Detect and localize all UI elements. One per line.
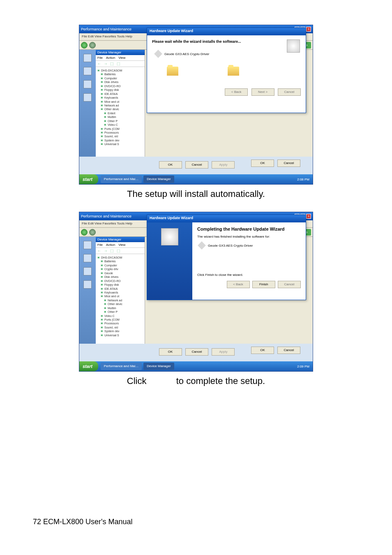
tree-item[interactable]: Floppy disk: [101, 283, 143, 287]
tree-item[interactable]: Network ad: [104, 298, 143, 302]
tree-item[interactable]: DVD/CD-RO: [101, 84, 143, 88]
forward-icon[interactable]: [89, 229, 96, 236]
sidebar-icon[interactable]: [83, 54, 92, 62]
properties-cancel-button[interactable]: Cancel: [277, 160, 300, 167]
hardware-update-wizard: Hardware Update Wizard Completing the Ha…: [147, 215, 306, 300]
window-title: Performance and Maintenance: [81, 214, 131, 218]
system-tray[interactable]: 2:09 PM: [294, 365, 313, 368]
tree-item[interactable]: Mice and ot: [101, 100, 143, 104]
start-button[interactable]: start: [79, 174, 98, 184]
device-tree[interactable]: DHS-0XCASOMBatteriesComputerCrypto drivG…: [96, 254, 145, 339]
left-sidebar: [79, 50, 96, 157]
tree-item[interactable]: Video C: [104, 123, 143, 127]
back-icon[interactable]: [81, 42, 88, 49]
tree-item[interactable]: Crypto driv: [101, 267, 143, 271]
forward-icon[interactable]: [89, 42, 96, 49]
wizard-heading: Completing the Hardware Update Wizard: [197, 227, 301, 231]
tree-item[interactable]: Other devic: [104, 302, 143, 306]
tree-item[interactable]: Ports (COM: [101, 318, 143, 321]
tree-item[interactable]: IDE ATA/A: [101, 287, 143, 291]
tree-item[interactable]: Other P: [104, 119, 143, 123]
cancel-button[interactable]: Cancel: [185, 348, 208, 356]
sidebar-icon[interactable]: [83, 241, 92, 249]
tree-item[interactable]: Disk drives: [101, 275, 143, 279]
sidebar-icon[interactable]: [83, 267, 92, 275]
taskbar-item[interactable]: Device Manager: [143, 363, 174, 370]
back-button: < Back: [225, 88, 248, 96]
sidebar-icon[interactable]: [83, 280, 92, 289]
taskbar-item[interactable]: Performance and Mai…: [101, 363, 142, 370]
device-manager-toolbar[interactable]: ← → ⬚ ⬚: [96, 248, 145, 254]
folder-source-icon: [167, 67, 178, 76]
tree-item[interactable]: Mice and ot: [101, 294, 143, 298]
tray-time: 2:09 PM: [297, 365, 309, 368]
back-icon[interactable]: [81, 229, 88, 236]
tree-item[interactable]: Network ad: [101, 104, 143, 107]
tree-item[interactable]: Ports (COM: [101, 127, 143, 131]
cancel-button: Cancel: [278, 281, 301, 288]
wizard-graphic-icon: [287, 39, 300, 53]
tree-item[interactable]: Computer: [101, 76, 143, 80]
tree-item[interactable]: DVD/CD-RO: [101, 279, 143, 283]
tree-item[interactable]: System dev: [101, 139, 143, 142]
tree-item[interactable]: Multim: [104, 115, 143, 119]
tree-item[interactable]: Keyboards: [101, 96, 143, 99]
wizard-graphic-icon: [161, 228, 178, 245]
tree-item[interactable]: System dev: [101, 329, 143, 333]
tree-item[interactable]: Computer: [101, 264, 143, 267]
device-manager-title: Device Manager: [96, 50, 145, 55]
tree-item[interactable]: Batteries: [101, 72, 143, 76]
device-manager-panel: Device Manager File Action View ← → ⬚ ⬚ …: [96, 237, 145, 344]
device-manager-title: Device Manager: [96, 237, 145, 242]
tree-item[interactable]: IDE ATA/A: [101, 92, 143, 96]
taskbar-item[interactable]: Device Manager: [143, 176, 174, 183]
properties-ok-button[interactable]: OK: [251, 347, 274, 354]
apply-button: Apply: [212, 348, 235, 356]
tree-item[interactable]: Disk drives: [101, 80, 143, 84]
tree-item[interactable]: Universal S: [101, 333, 143, 337]
tree-item[interactable]: Processors: [101, 321, 143, 325]
tree-item[interactable]: Processors: [101, 131, 143, 134]
sidebar-icon[interactable]: [83, 254, 92, 262]
tree-item[interactable]: Other P: [104, 310, 143, 314]
tree-item[interactable]: Universal S: [101, 142, 143, 146]
ok-button[interactable]: OK: [159, 348, 182, 356]
tree-item[interactable]: Entert: [104, 111, 143, 115]
tree-item[interactable]: Other devic: [101, 107, 143, 111]
cancel-button[interactable]: Cancel: [185, 161, 208, 169]
tree-item[interactable]: Floppy disk: [101, 88, 143, 92]
driver-icon: [154, 50, 162, 58]
folder-dest-icon: [228, 67, 239, 76]
cancel-button[interactable]: Cancel: [278, 88, 301, 96]
close-icon[interactable]: ×: [306, 214, 311, 219]
sidebar-icon[interactable]: [83, 67, 92, 75]
tree-item[interactable]: Batteries: [101, 259, 143, 263]
system-tray[interactable]: 2:08 PM: [294, 178, 313, 181]
properties-ok-button[interactable]: OK: [251, 160, 274, 167]
page-footer: 72 ECM-LX800 User's Manual: [33, 518, 133, 526]
tree-item[interactable]: Sound, vid: [101, 134, 143, 138]
properties-cancel-button[interactable]: Cancel: [277, 347, 300, 354]
close-icon[interactable]: ×: [306, 27, 311, 32]
tree-item[interactable]: Sound, vid: [101, 326, 143, 329]
tree-item[interactable]: Video C: [101, 314, 143, 318]
ok-button[interactable]: OK: [159, 161, 182, 169]
tree-item[interactable]: Multim: [104, 306, 143, 310]
window-title: Performance and Maintenance: [81, 27, 131, 31]
screenshot-installing: Performance and Maintenance _ □ × File E…: [79, 25, 313, 185]
device-tree[interactable]: DHS-0XCASOMBatteriesComputerDisk drivesD…: [96, 67, 145, 148]
driver-name: Geode GX3 AES Crypto Driver: [164, 52, 209, 56]
apply-button: Apply: [212, 161, 235, 169]
tree-item[interactable]: Geode: [101, 271, 143, 275]
device-manager-menu[interactable]: File Action View: [96, 242, 145, 248]
caption-1: The setup will install automatically.: [33, 189, 359, 199]
tree-item[interactable]: Keyboards: [101, 291, 143, 294]
device-manager-menu[interactable]: File Action View: [96, 55, 145, 61]
taskbar-item[interactable]: Performance and Mai…: [101, 176, 142, 183]
start-button[interactable]: start: [79, 361, 98, 371]
sidebar-icon[interactable]: [83, 80, 92, 88]
perf-maintenance-window: Performance and Maintenance _ □ × File E…: [79, 212, 313, 372]
sidebar-icon[interactable]: [83, 93, 92, 102]
finish-button[interactable]: Finish: [252, 281, 275, 288]
device-manager-toolbar[interactable]: ← → ⬚ ⬚: [96, 61, 145, 67]
